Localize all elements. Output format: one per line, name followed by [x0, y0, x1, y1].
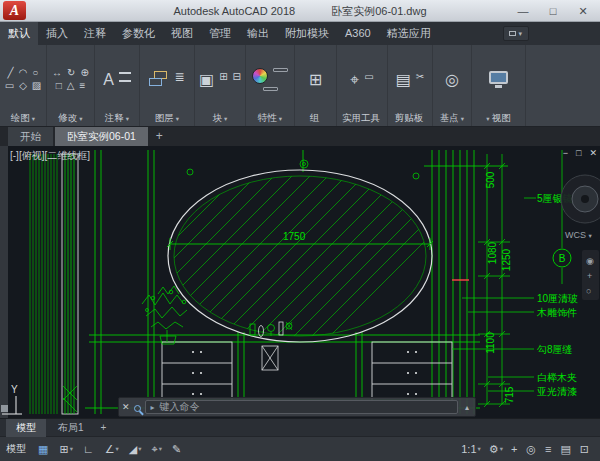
panel-label-groups[interactable]: 组: [295, 111, 336, 126]
viewport-restore-icon[interactable]: □: [576, 148, 581, 158]
erase-icon[interactable]: □: [56, 81, 62, 91]
annotation-seam: 勾8厘缝: [537, 344, 573, 355]
monitor-icon[interactable]: [489, 71, 508, 84]
block-icon[interactable]: ▣: [199, 72, 214, 88]
autoscale-icon[interactable]: +: [507, 441, 522, 457]
model-space-label[interactable]: 模型: [6, 442, 26, 456]
minimize-button[interactable]: —: [508, 0, 538, 22]
annotation-icon[interactable]: ✎: [168, 441, 186, 458]
snap-icon[interactable]: ⊞▾: [55, 441, 76, 458]
property-dropdown-icon[interactable]: [273, 68, 288, 72]
wcs-label: WCS: [565, 230, 586, 240]
customize-tools-icon[interactable]: [134, 398, 141, 416]
polygon-icon[interactable]: ◇: [19, 81, 27, 91]
line-icon[interactable]: ╱: [8, 68, 14, 78]
ribbon-tab-home[interactable]: 默认: [0, 22, 38, 45]
isodraft-icon[interactable]: ◢▾: [125, 441, 146, 458]
file-tab-start[interactable]: 开始: [8, 127, 53, 146]
quick-calc-icon[interactable]: ▭: [364, 72, 373, 88]
offset-icon[interactable]: ≡: [79, 81, 85, 91]
hardware-acceleration-icon[interactable]: ≡: [541, 441, 556, 457]
ribbon-tab-parametric[interactable]: 参数化: [114, 22, 163, 45]
cut-icon[interactable]: ✂: [416, 72, 424, 88]
ribbon-tab-annotate[interactable]: 注释: [76, 22, 114, 45]
layer-list-icon[interactable]: ≣: [174, 71, 184, 88]
chevron-down-icon: ▾: [32, 115, 35, 123]
command-close-icon[interactable]: ✕: [122, 402, 130, 412]
dim-1080: 1080: [487, 241, 498, 264]
ribbon-tab-manage[interactable]: 管理: [201, 22, 239, 45]
hatch-icon[interactable]: ▨: [32, 81, 41, 91]
mirror-icon[interactable]: △: [67, 81, 75, 91]
color-wheel-icon[interactable]: [252, 68, 268, 84]
panel-label-view[interactable]: ▾视图: [472, 111, 525, 126]
circle-icon[interactable]: ○: [32, 68, 38, 78]
panel-label-clipboard[interactable]: 剪贴板: [388, 111, 432, 126]
maximize-button[interactable]: □: [538, 0, 568, 22]
file-tab-current[interactable]: 卧室实例06-01: [55, 127, 148, 146]
paste-icon[interactable]: ▤: [396, 72, 411, 88]
annotation-visibility-icon[interactable]: ⚙▾: [485, 441, 507, 458]
panel-label-basepoint[interactable]: 基点▾: [433, 111, 471, 126]
grid-icon[interactable]: ▦: [34, 441, 53, 458]
isolate-objects-icon[interactable]: ◎: [522, 441, 541, 458]
ribbon-tab-output[interactable]: 输出: [239, 22, 277, 45]
tab-model[interactable]: 模型: [6, 419, 46, 437]
ribbon-tab-a360[interactable]: A360: [337, 22, 379, 45]
drawing-canvas[interactable]: 1750: [0, 146, 600, 418]
navigation-bar[interactable]: ◉ + ○: [582, 250, 599, 300]
ortho-icon[interactable]: ∟: [79, 441, 99, 457]
new-drawing-button[interactable]: +: [150, 127, 169, 146]
viewport-controls-label[interactable]: [-][俯视][二维线框]: [10, 149, 90, 163]
new-layout-button[interactable]: +: [96, 419, 112, 437]
panel-label-block[interactable]: 块▾: [195, 111, 245, 126]
block-edit-icon[interactable]: ⊟: [233, 72, 241, 88]
autocad-logo[interactable]: A: [3, 1, 26, 20]
move-icon[interactable]: ↔: [52, 68, 62, 78]
panel-label-utilities[interactable]: 实用工具: [337, 111, 387, 126]
panel-label-modify[interactable]: 修改▾: [47, 111, 94, 126]
osnap-icon[interactable]: ⌖▾: [148, 441, 166, 458]
rectangle-icon[interactable]: ▭: [5, 81, 14, 91]
property-dropdown-icon[interactable]: [263, 87, 278, 91]
polar-icon[interactable]: ∠▾: [101, 441, 123, 458]
pan-icon[interactable]: +: [587, 271, 592, 281]
dimension-icon[interactable]: [119, 72, 131, 82]
close-button[interactable]: ✕: [568, 0, 598, 22]
layout-tab-bar: 模型 布局1 +: [0, 418, 600, 436]
annotation-lacquer: 亚光清漆: [537, 386, 577, 397]
panel-label-annotation[interactable]: 注释▾: [95, 111, 139, 126]
block-insert-icon[interactable]: ⊞: [219, 72, 227, 88]
wcs-dropdown[interactable]: WCS ▾: [565, 230, 592, 240]
panel-label-layers[interactable]: 图层▾: [140, 111, 194, 126]
annotation-scale-button[interactable]: 1:1▾: [457, 441, 485, 457]
navigation-wheel-icon[interactable]: [561, 175, 600, 223]
tab-layout1[interactable]: 布局1: [48, 419, 94, 437]
clean-screen-icon[interactable]: ▤: [556, 441, 575, 458]
viewport-minimize-icon[interactable]: −: [563, 148, 568, 158]
command-history-icon[interactable]: ▴: [462, 403, 472, 412]
viewport-close-icon[interactable]: ✕: [589, 148, 597, 158]
customization-icon[interactable]: ⊡: [576, 441, 594, 458]
ribbon-tab-featured-apps[interactable]: 精选应用: [379, 22, 439, 45]
copy-icon[interactable]: ⊕: [81, 68, 89, 78]
panel-label-draw[interactable]: 绘图▾: [0, 111, 46, 126]
rotate-icon[interactable]: ↻: [67, 68, 75, 78]
panel-label-text: 基点: [440, 112, 459, 125]
measure-icon[interactable]: ⌖: [350, 72, 359, 88]
ribbon-tab-addins[interactable]: 附加模块: [277, 22, 337, 45]
ucs-y-label: Y: [11, 384, 18, 395]
arc-icon[interactable]: ◠: [19, 68, 28, 78]
group-icon[interactable]: ⊞: [309, 72, 322, 88]
layers-icon[interactable]: [149, 71, 169, 88]
basepoint-icon[interactable]: ◎: [445, 72, 459, 88]
command-input[interactable]: ▸ 键入命令: [145, 400, 458, 414]
panel-draw: ╱ ◠ ○ ▭ ◇ ▨ 绘图▾: [0, 45, 47, 126]
ribbon-options-button[interactable]: ▾: [503, 26, 529, 41]
ribbon-tab-insert[interactable]: 插入: [38, 22, 76, 45]
ribbon-tab-view[interactable]: 视图: [163, 22, 201, 45]
zoom-icon[interactable]: ○: [586, 286, 591, 296]
steering-wheel-icon[interactable]: ◉: [586, 256, 594, 266]
panel-label-properties[interactable]: 特性▾: [246, 111, 294, 126]
text-icon[interactable]: A: [103, 72, 114, 88]
